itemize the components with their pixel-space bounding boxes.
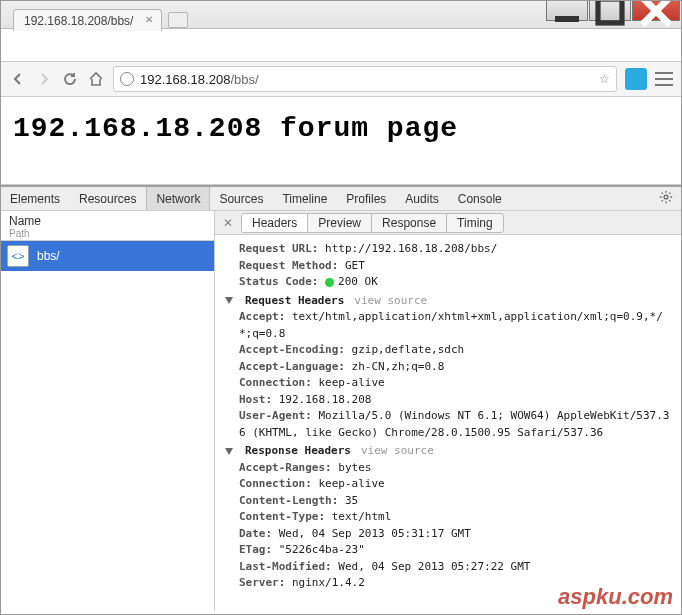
request-header-row: Host: 192.168.18.208	[225, 392, 671, 409]
request-header-row: User-Agent: Mozilla/5.0 (Windows NT 6.1;…	[225, 408, 671, 441]
general-request-method: Request Method: GET	[225, 258, 671, 275]
window-maximize-button[interactable]	[589, 1, 631, 21]
browser-tabstrip: 192.168.18.208/bbs/ ✕	[13, 9, 188, 31]
window-minimize-button[interactable]	[546, 1, 588, 21]
request-name-label: bbs/	[37, 249, 60, 263]
general-status-code: Status Code: 200 OK	[225, 274, 671, 291]
headers-detail-pane: Request URL: http://192.168.18.208/bbs/ …	[215, 235, 681, 611]
page-heading: 192.168.18.208 forum page	[13, 113, 669, 144]
network-request-row[interactable]: <> bbs/	[1, 241, 214, 271]
window-close-button[interactable]	[632, 1, 680, 21]
network-detail-tabs: Headers Preview Response Timing	[241, 213, 504, 233]
network-request-list: Name Path <> bbs/	[1, 211, 215, 611]
disclosure-triangle-icon	[225, 297, 233, 304]
devtools-tab-network[interactable]: Network	[146, 187, 210, 210]
request-headers-section[interactable]: Request Headersview source	[225, 293, 671, 310]
devtools-panel: Elements Resources Network Sources Timel…	[1, 185, 681, 611]
svg-point-4	[664, 195, 668, 199]
devtools-settings-icon[interactable]	[651, 190, 681, 207]
response-headers-section[interactable]: Response Headersview source	[225, 443, 671, 460]
svg-rect-1	[598, 0, 622, 23]
address-bar[interactable]: 192.168.18.208/bbs/ ☆	[113, 66, 617, 92]
column-path: Path	[9, 228, 206, 239]
extension-button[interactable]	[625, 68, 647, 90]
bookmark-star-icon[interactable]: ☆	[599, 72, 610, 86]
status-dot-icon	[325, 278, 334, 287]
browser-tab[interactable]: 192.168.18.208/bbs/ ✕	[13, 9, 162, 31]
subtab-headers[interactable]: Headers	[242, 214, 308, 232]
view-source-link[interactable]: view source	[361, 443, 434, 460]
response-header-row: Connection: keep-alive	[225, 476, 671, 493]
url-text: 192.168.18.208/bbs/	[140, 72, 593, 87]
devtools-tab-sources[interactable]: Sources	[210, 187, 273, 210]
globe-icon	[120, 72, 134, 86]
column-name: Name	[9, 214, 206, 228]
request-header-row: Accept: text/html,application/xhtml+xml,…	[225, 309, 671, 342]
back-button[interactable]	[9, 70, 27, 88]
devtools-tab-profiles[interactable]: Profiles	[337, 187, 396, 210]
devtools-tab-elements[interactable]: Elements	[1, 187, 70, 210]
disclosure-triangle-icon	[225, 448, 233, 455]
view-source-link[interactable]: view source	[354, 293, 427, 310]
browser-toolbar: 192.168.18.208/bbs/ ☆	[1, 61, 681, 97]
file-icon: <>	[7, 245, 29, 267]
reload-button[interactable]	[61, 70, 79, 88]
subtab-timing[interactable]: Timing	[447, 214, 503, 232]
response-header-row: Server: nginx/1.4.2	[225, 575, 671, 592]
subtab-preview[interactable]: Preview	[308, 214, 372, 232]
close-details-icon[interactable]: ✕	[215, 216, 241, 230]
new-tab-button[interactable]	[168, 12, 188, 28]
close-tab-icon[interactable]: ✕	[145, 14, 153, 25]
response-header-row: Content-Length: 35	[225, 493, 671, 510]
request-header-row: Accept-Encoding: gzip,deflate,sdch	[225, 342, 671, 359]
general-request-url: Request URL: http://192.168.18.208/bbs/	[225, 241, 671, 258]
response-header-row: Date: Wed, 04 Sep 2013 05:31:17 GMT	[225, 526, 671, 543]
devtools-tab-timeline[interactable]: Timeline	[273, 187, 337, 210]
subtab-response[interactable]: Response	[372, 214, 447, 232]
forward-button[interactable]	[35, 70, 53, 88]
response-header-row: Content-Type: text/html	[225, 509, 671, 526]
response-header-row: Accept-Ranges: bytes	[225, 460, 671, 477]
devtools-tabs: Elements Resources Network Sources Timel…	[1, 187, 681, 211]
devtools-tab-resources[interactable]: Resources	[70, 187, 146, 210]
browser-tab-title: 192.168.18.208/bbs/	[24, 14, 133, 28]
devtools-tab-console[interactable]: Console	[449, 187, 512, 210]
home-button[interactable]	[87, 70, 105, 88]
chrome-menu-icon[interactable]	[655, 72, 673, 86]
response-header-row: ETag: "5226c4ba-23"	[225, 542, 671, 559]
request-header-row: Accept-Language: zh-CN,zh;q=0.8	[225, 359, 671, 376]
request-list-header[interactable]: Name Path	[1, 211, 214, 241]
response-header-row: Last-Modified: Wed, 04 Sep 2013 05:27:22…	[225, 559, 671, 576]
page-content: 192.168.18.208 forum page	[1, 97, 681, 185]
request-header-row: Connection: keep-alive	[225, 375, 671, 392]
devtools-tab-audits[interactable]: Audits	[396, 187, 448, 210]
